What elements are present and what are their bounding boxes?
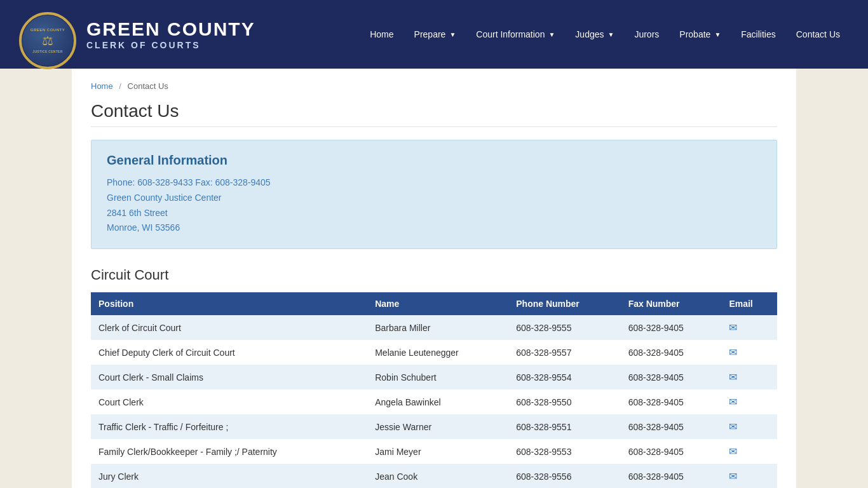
cell-position: Family Clerk/Bookkeeper - Family ;/ Pate… — [91, 439, 367, 464]
logo-inner: GREEN COUNTY ⚖ JUSTICE CENTER — [22, 15, 73, 66]
cell-email[interactable]: ✉ — [721, 365, 777, 390]
judges-caret: ▼ — [608, 31, 614, 38]
nav-facilities[interactable]: Facilities — [732, 24, 784, 44]
general-info-address2[interactable]: 2841 6th Street — [107, 206, 761, 221]
email-icon[interactable]: ✉ — [729, 322, 737, 333]
site-header: GREEN COUNTY ⚖ JUSTICE CENTER GREEN COUN… — [0, 0, 868, 69]
cell-email[interactable]: ✉ — [721, 390, 777, 414]
cell-fax: 608-328-9405 — [621, 414, 722, 439]
cell-name: Angela Bawinkel — [367, 390, 508, 414]
email-icon[interactable]: ✉ — [729, 421, 737, 432]
nav-prepare[interactable]: Prepare ▼ — [405, 24, 465, 44]
cell-phone: 608-328-9557 — [508, 340, 620, 365]
court-info-caret: ▼ — [548, 31, 555, 38]
nav-judges[interactable]: Judges ▼ — [566, 24, 623, 44]
cell-position: Traffic Clerk - Traffic / Forfeiture ; — [91, 414, 367, 439]
cell-name: Barbara Miller — [367, 315, 508, 340]
nav-contact-us[interactable]: Contact Us — [787, 24, 849, 44]
logo-area: GREEN COUNTY ⚖ JUSTICE CENTER GREEN COUN… — [19, 12, 255, 57]
cell-name: Jean Cook — [367, 464, 508, 488]
general-info-heading: General Information — [107, 153, 761, 168]
col-name: Name — [367, 292, 508, 315]
cell-fax: 608-328-9405 — [621, 439, 722, 464]
nav-jurors[interactable]: Jurors — [625, 24, 668, 44]
table-row: Chief Deputy Clerk of Circuit Court Mela… — [91, 340, 777, 365]
col-position: Position — [91, 292, 367, 315]
email-icon[interactable]: ✉ — [729, 347, 737, 358]
cell-email[interactable]: ✉ — [721, 439, 777, 464]
main-nav: Home Prepare ▼ Court Information ▼ Judge… — [361, 24, 849, 44]
table-row: Traffic Clerk - Traffic / Forfeiture ; J… — [91, 414, 777, 439]
table-row: Family Clerk/Bookkeeper - Family ;/ Pate… — [91, 439, 777, 464]
cell-phone: 608-328-9554 — [508, 365, 620, 390]
cell-phone: 608-328-9556 — [508, 464, 620, 488]
cell-email[interactable]: ✉ — [721, 464, 777, 488]
cell-fax: 608-328-9405 — [621, 340, 722, 365]
col-phone: Phone Number — [508, 292, 620, 315]
email-icon[interactable]: ✉ — [729, 471, 737, 482]
site-subtitle: CLERK OF COURTS — [86, 40, 255, 50]
cell-phone: 608-328-9553 — [508, 439, 620, 464]
cell-fax: 608-328-9405 — [621, 464, 722, 488]
table-header-row: Position Name Phone Number Fax Number Em… — [91, 292, 777, 315]
table-row: Court Clerk Angela Bawinkel 608-328-9550… — [91, 390, 777, 414]
page-title: Contact Us — [91, 101, 777, 127]
cell-email[interactable]: ✉ — [721, 315, 777, 340]
cell-email[interactable]: ✉ — [721, 340, 777, 365]
cell-phone: 608-328-9551 — [508, 414, 620, 439]
email-icon[interactable]: ✉ — [729, 396, 737, 407]
table-row: Court Clerk - Small Claims Robin Schuber… — [91, 365, 777, 390]
table-row: Jury Clerk Jean Cook 608-328-9556 608-32… — [91, 464, 777, 488]
logo-top-text: GREEN COUNTY — [31, 28, 65, 32]
cell-position: Clerk of Circuit Court — [91, 315, 367, 340]
probate-caret: ▼ — [714, 31, 721, 38]
breadcrumb-home[interactable]: Home — [91, 81, 113, 91]
circuit-court-title: Circuit Court — [91, 267, 777, 283]
prepare-caret: ▼ — [449, 31, 456, 38]
general-info-box: General Information Phone: 608-328-9433 … — [91, 140, 777, 249]
nav-court-information[interactable]: Court Information ▼ — [467, 24, 564, 44]
email-icon[interactable]: ✉ — [729, 372, 737, 383]
cell-name: Jessie Warner — [367, 414, 508, 439]
logo-bottom-text: JUSTICE CENTER — [31, 50, 65, 53]
general-info-address1[interactable]: Green County Justice Center — [107, 191, 761, 206]
main-content: Home / Contact Us Contact Us General Inf… — [72, 69, 796, 488]
email-icon[interactable]: ✉ — [729, 446, 737, 457]
cell-position: Court Clerk — [91, 390, 367, 414]
circuit-court-table: Position Name Phone Number Fax Number Em… — [91, 292, 777, 488]
cell-position: Jury Clerk — [91, 464, 367, 488]
cell-position: Chief Deputy Clerk of Circuit Court — [91, 340, 367, 365]
breadcrumb-current: Contact Us — [128, 81, 168, 91]
breadcrumb: Home / Contact Us — [91, 81, 777, 91]
cell-name: Robin Schubert — [367, 365, 508, 390]
col-email: Email — [721, 292, 777, 315]
cell-phone: 608-328-9555 — [508, 315, 620, 340]
site-logo: GREEN COUNTY ⚖ JUSTICE CENTER — [19, 12, 76, 69]
cell-phone: 608-328-9550 — [508, 390, 620, 414]
cell-fax: 608-328-9405 — [621, 365, 722, 390]
nav-home[interactable]: Home — [361, 24, 402, 44]
table-body: Clerk of Circuit Court Barbara Miller 60… — [91, 315, 777, 488]
site-title-block: GREEN COUNTY CLERK OF COURTS — [86, 18, 255, 50]
general-info-phone-fax[interactable]: Phone: 608-328-9433 Fax: 608-328-9405 — [107, 175, 761, 191]
cell-fax: 608-328-9405 — [621, 315, 722, 340]
cell-position: Court Clerk - Small Claims — [91, 365, 367, 390]
cell-email[interactable]: ✉ — [721, 414, 777, 439]
cell-name: Jami Meyer — [367, 439, 508, 464]
cell-name: Melanie Leutenegger — [367, 340, 508, 365]
table-row: Clerk of Circuit Court Barbara Miller 60… — [91, 315, 777, 340]
col-fax: Fax Number — [621, 292, 722, 315]
logo-scales-icon: ⚖ — [31, 33, 65, 48]
cell-fax: 608-328-9405 — [621, 390, 722, 414]
breadcrumb-separator: / — [119, 81, 121, 91]
nav-probate[interactable]: Probate ▼ — [670, 24, 729, 44]
general-info-address3[interactable]: Monroe, WI 53566 — [107, 220, 761, 236]
site-name: GREEN COUNTY — [86, 18, 255, 40]
